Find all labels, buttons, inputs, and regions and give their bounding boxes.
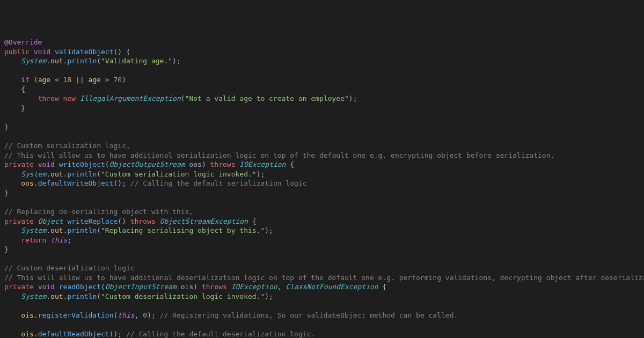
code-line — [4, 197, 640, 207]
code-line: // Custom serialization logic, — [4, 141, 640, 151]
code-line: // Custom deserialization logic — [4, 263, 640, 273]
code-editor: @Overridepublic void validateObject() { … — [0, 38, 644, 338]
code-line: private void readObject(ObjectInputStrea… — [4, 282, 640, 292]
code-line: } — [4, 188, 640, 198]
code-line — [4, 66, 640, 76]
code-line: ois.defaultReadObject(); // Calling the … — [4, 329, 640, 338]
code-line: @Override — [4, 38, 640, 47]
code-line: } — [4, 245, 640, 254]
code-line — [4, 132, 640, 142]
code-line — [4, 254, 640, 264]
code-line: private Object writeReplace() throws Obj… — [4, 217, 640, 226]
code-line: oos.defaultWriteObject(); // Calling the… — [4, 179, 640, 188]
code-line: } — [4, 104, 640, 113]
code-line: System.out.println("Custom deserializati… — [4, 292, 640, 302]
code-line: return this; — [4, 236, 640, 245]
code-line — [4, 113, 640, 123]
code-line: if (age < 18 || age > 70) — [4, 75, 640, 85]
code-line: // This will allow us to have additional… — [4, 273, 640, 283]
code-line — [4, 302, 640, 311]
code-line: System.out.println("Replacing serialisin… — [4, 226, 640, 236]
code-line: ois.registerValidation(this, 0); // Regi… — [4, 311, 640, 320]
code-line — [4, 320, 640, 330]
code-line: // This will allow us to have additional… — [4, 151, 640, 160]
code-line: } — [4, 122, 640, 132]
code-line: private void writeObject(ObjectOutputStr… — [4, 160, 640, 170]
code-line: public void validateObject() { — [4, 47, 640, 57]
code-line: { — [4, 85, 640, 94]
code-line: throw new IllegalArgumentException("Not … — [4, 94, 640, 104]
code-line: // Replacing de-serializing object with … — [4, 207, 640, 217]
code-line: System.out.println("Validating age."); — [4, 56, 640, 66]
code-line: System.out.println("Custom serialization… — [4, 170, 640, 179]
